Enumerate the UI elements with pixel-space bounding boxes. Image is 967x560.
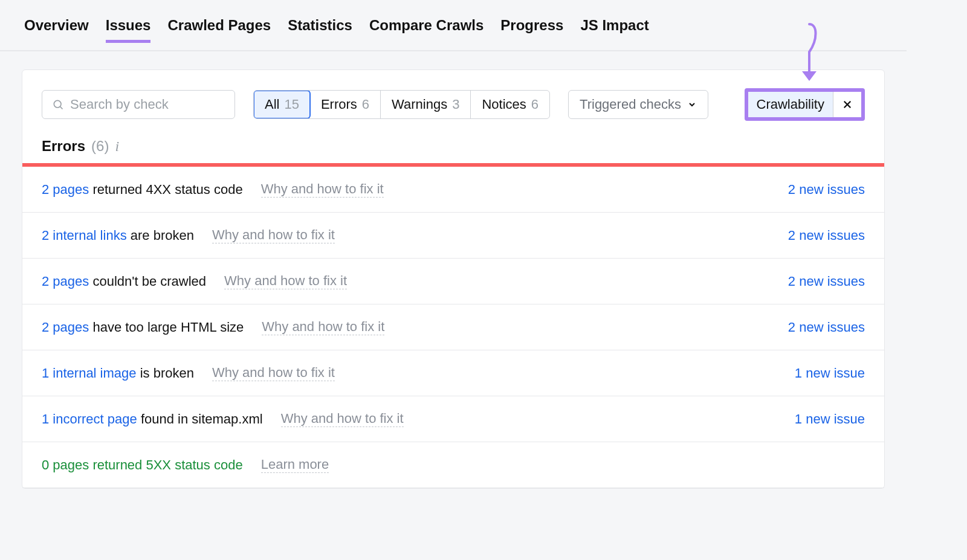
issue-count-link[interactable]: 2 pages (42, 274, 89, 289)
why-fix-link[interactable]: Why and how to fix it (262, 319, 384, 335)
issue-count-link[interactable]: 0 pages returned 5XX status code (42, 457, 243, 472)
issue-count-link[interactable]: 1 internal image (42, 365, 137, 381)
search-input-wrapper[interactable] (42, 90, 235, 119)
issue-count-link[interactable]: 1 incorrect page (42, 411, 137, 426)
filter-label: All (265, 97, 279, 112)
issue-row-left: 0 pages returned 5XX status codeLearn mo… (42, 457, 329, 473)
issue-row: 1 incorrect page found in sitemap.xmlWhy… (22, 396, 884, 442)
issue-list: 2 pages returned 4XX status codeWhy and … (22, 167, 884, 488)
triggered-checks-dropdown[interactable]: Triggered checks (568, 90, 708, 119)
issue-text[interactable]: 2 pages couldn't be crawled (42, 274, 206, 289)
issue-row-left: 2 pages have too large HTML sizeWhy and … (42, 319, 384, 335)
filter-count: 6 (362, 97, 369, 112)
issues-panel: All15Errors6Warnings3Notices6 Triggered … (22, 69, 885, 489)
filter-chip-highlight: Crawlability (745, 88, 865, 121)
why-fix-link[interactable]: Why and how to fix it (212, 227, 335, 243)
why-fix-link[interactable]: Why and how to fix it (224, 273, 347, 289)
new-issues-link[interactable]: 1 new issue (795, 365, 865, 381)
tab-overview[interactable]: Overview (24, 17, 89, 43)
tab-crawled-pages[interactable]: Crawled Pages (167, 17, 271, 43)
issue-row: 2 pages couldn't be crawledWhy and how t… (22, 259, 884, 304)
svg-line-1 (60, 107, 63, 109)
annotation-arrow (786, 22, 823, 88)
why-fix-link[interactable]: Why and how to fix it (281, 411, 404, 427)
issue-desc: couldn't be crawled (89, 274, 206, 289)
filter-notices[interactable]: Notices6 (471, 91, 549, 118)
issue-count-link[interactable]: 2 internal links (42, 228, 127, 243)
filter-count: 15 (284, 97, 299, 112)
new-issues-link[interactable]: 1 new issue (795, 411, 865, 427)
issue-row-left: 2 pages returned 4XX status codeWhy and … (42, 181, 384, 198)
tab-compare-crawls[interactable]: Compare Crawls (369, 17, 484, 43)
filter-chip-crawlability[interactable]: Crawlability (748, 92, 833, 117)
issue-row: 1 internal image is brokenWhy and how to… (22, 350, 884, 396)
issue-row-left: 2 pages couldn't be crawledWhy and how t… (42, 273, 347, 289)
filter-label: Warnings (392, 97, 447, 112)
dropdown-label: Triggered checks (580, 97, 681, 112)
why-fix-link[interactable]: Why and how to fix it (212, 365, 335, 381)
issue-desc: returned 4XX status code (89, 182, 242, 197)
issue-text[interactable]: 1 internal image is broken (42, 365, 194, 381)
issue-row: 2 internal links are brokenWhy and how t… (22, 213, 884, 259)
search-input[interactable] (70, 97, 236, 112)
chevron-down-icon (687, 100, 697, 109)
section-title: Errors (42, 138, 85, 155)
new-issues-link[interactable]: 2 new issues (788, 182, 865, 198)
tab-progress[interactable]: Progress (500, 17, 563, 43)
new-issues-link[interactable]: 2 new issues (788, 228, 865, 243)
main-tabs: OverviewIssuesCrawled PagesStatisticsCom… (0, 0, 907, 51)
svg-point-0 (54, 100, 61, 108)
issue-count-link[interactable]: 2 pages (42, 182, 89, 197)
tab-issues[interactable]: Issues (106, 17, 151, 43)
issue-text[interactable]: 0 pages returned 5XX status code (42, 457, 243, 473)
tab-statistics[interactable]: Statistics (288, 17, 352, 43)
severity-segmented: All15Errors6Warnings3Notices6 (253, 90, 550, 119)
section-header: Errors (6) i (22, 138, 884, 163)
filter-count: 6 (531, 97, 538, 112)
issue-desc: are broken (127, 228, 194, 243)
issue-row: 2 pages returned 4XX status codeWhy and … (22, 167, 884, 213)
issue-row: 0 pages returned 5XX status codeLearn mo… (22, 442, 884, 488)
tab-js-impact[interactable]: JS Impact (580, 17, 648, 43)
issue-desc: found in sitemap.xml (137, 411, 263, 426)
issue-count-link[interactable]: 2 pages (42, 320, 89, 335)
toolbar: All15Errors6Warnings3Notices6 Triggered … (22, 88, 884, 138)
issue-row-left: 1 incorrect page found in sitemap.xmlWhy… (42, 411, 404, 427)
filter-chip-remove[interactable] (833, 92, 861, 117)
filter-errors[interactable]: Errors6 (310, 91, 381, 118)
filter-count: 3 (452, 97, 459, 112)
issue-row: 2 pages have too large HTML sizeWhy and … (22, 304, 884, 350)
section-count: (6) (91, 138, 109, 155)
why-fix-link[interactable]: Why and how to fix it (261, 181, 384, 198)
learn-more-link[interactable]: Learn more (261, 457, 329, 473)
issue-desc: have too large HTML size (89, 320, 244, 335)
filter-label: Notices (482, 97, 526, 112)
issue-row-left: 2 internal links are brokenWhy and how t… (42, 227, 335, 243)
issue-text[interactable]: 2 internal links are broken (42, 228, 194, 243)
issue-row-left: 1 internal image is brokenWhy and how to… (42, 365, 335, 381)
new-issues-link[interactable]: 2 new issues (788, 274, 865, 289)
filter-all[interactable]: All15 (253, 90, 311, 119)
issue-text[interactable]: 2 pages returned 4XX status code (42, 182, 243, 198)
new-issues-link[interactable]: 2 new issues (788, 320, 865, 335)
search-icon (52, 98, 64, 111)
info-icon[interactable]: i (115, 138, 119, 155)
issue-text[interactable]: 2 pages have too large HTML size (42, 320, 244, 335)
filter-warnings[interactable]: Warnings3 (381, 91, 471, 118)
issue-desc: is broken (137, 365, 194, 381)
issue-text[interactable]: 1 incorrect page found in sitemap.xml (42, 411, 263, 427)
filter-label: Errors (321, 97, 357, 112)
